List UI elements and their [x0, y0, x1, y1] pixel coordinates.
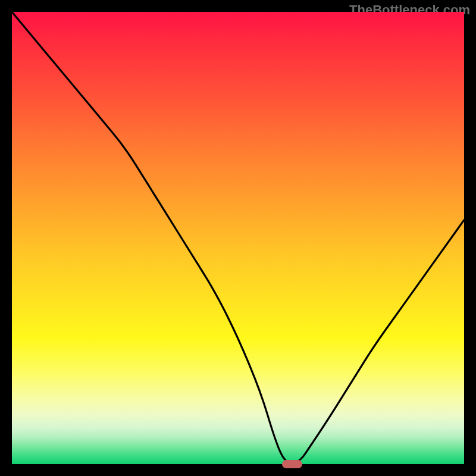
bottleneck-curve — [12, 12, 464, 464]
plot-area — [12, 12, 464, 464]
optimal-marker — [282, 460, 302, 468]
chart-frame: TheBottleneck.com — [0, 0, 476, 476]
